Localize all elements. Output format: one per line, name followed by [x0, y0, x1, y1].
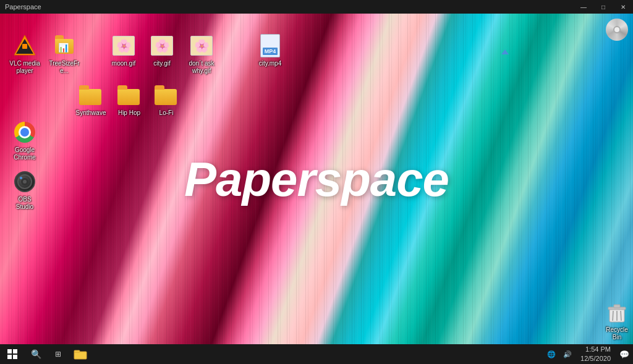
taskbar: 🔍 ⊞ 🌐 🔊 1:54 PM 12/5/2020 💬	[0, 344, 633, 364]
synthwave-icon-img	[79, 83, 103, 108]
recycle-bin-icon-item[interactable]: Recycle Bin	[597, 300, 633, 344]
city-mp4-label: city.mp4	[258, 59, 283, 68]
moon-gif-label: moon.gif	[111, 59, 137, 68]
clock[interactable]: 1:54 PM 12/5/2020	[576, 344, 616, 364]
notification-icon: 💬	[619, 350, 629, 359]
taskview-button[interactable]: ⊞	[47, 344, 69, 364]
city-gif-icon-item[interactable]: 🌸 city.gif	[142, 31, 182, 70]
cd-icon	[606, 19, 628, 41]
window-controls: — □ ✕	[574, 0, 633, 14]
lofi-label: Lo-Fi	[158, 109, 175, 117]
system-tray: 🌐 🔊 1:54 PM 12/5/2020 💬	[543, 344, 633, 364]
hiphop-icon-item[interactable]: Hip Hop	[109, 80, 149, 120]
notification-button[interactable]: 💬	[616, 344, 633, 364]
hiphop-label: Hip Hop	[117, 109, 142, 117]
recycle-bin-label: Recycle Bin	[600, 326, 633, 342]
chrome-icon-item[interactable]: Google Chrome	[5, 117, 45, 164]
desktop[interactable]: Paperspace VLC media player 📊	[0, 14, 633, 344]
obs-circle	[14, 171, 35, 192]
minimize-button[interactable]: —	[574, 0, 593, 14]
file-explorer-button[interactable]	[69, 344, 91, 364]
dont-ask-gif-icon-img: 🌸	[189, 33, 214, 58]
explorer-icon	[74, 349, 87, 360]
chrome-icon-img	[12, 120, 37, 145]
taskview-icon: ⊞	[55, 350, 61, 358]
hiphop-icon-img	[117, 83, 142, 108]
svg-point-6	[20, 177, 22, 179]
moon-gif-icon-img: 🌸	[111, 33, 136, 58]
clock-date: 12/5/2020	[580, 354, 611, 363]
lofi-icon-item[interactable]: Lo-Fi	[147, 80, 186, 120]
city-gif-label: city.gif	[152, 59, 172, 68]
network-icon: 🌐	[547, 350, 556, 358]
vlc-icon-item[interactable]: VLC media player	[5, 31, 45, 78]
volume-icon: 🔊	[563, 350, 572, 358]
svg-rect-2	[22, 44, 27, 49]
svg-point-5	[23, 180, 27, 184]
obs-icon-img	[12, 169, 37, 194]
paperspace-brand-text: Paperspace	[184, 151, 449, 207]
svg-rect-14	[74, 350, 80, 352]
city-mp4-icon-item[interactable]: MP4 city.mp4	[250, 31, 290, 70]
treesizefree-icon-img: 📊	[52, 33, 77, 58]
synthwave-icon-item[interactable]: Synthwave	[71, 80, 111, 120]
svg-line-12	[621, 311, 621, 321]
city-gif-icon-img: 🌸	[150, 33, 174, 58]
maximize-button[interactable]: □	[593, 0, 613, 14]
obs-label: OBS Studio	[7, 195, 42, 211]
tray-network-icon[interactable]: 🌐	[543, 344, 559, 364]
vlc-icon-img	[12, 33, 37, 58]
synthwave-label: Synthwave	[75, 109, 108, 117]
dont-ask-gif-label: don`t ask why.gif	[182, 59, 221, 75]
vlc-label: VLC media player	[7, 59, 42, 75]
clock-time: 1:54 PM	[585, 345, 611, 354]
svg-rect-13	[74, 352, 87, 359]
taskbar-search-button[interactable]: 🔍	[25, 344, 47, 364]
chrome-label: Google Chrome	[7, 146, 42, 162]
treesizefree-icon-item[interactable]: 📊 TreeSizeFre...	[45, 31, 84, 78]
lofi-icon-img	[154, 83, 179, 108]
title-bar: Paperspace — □ ✕	[0, 0, 633, 14]
recycle-bin-icon-img	[606, 302, 628, 324]
city-mp4-icon-img: MP4	[258, 33, 283, 58]
treesizefree-label: TreeSizeFre...	[47, 59, 82, 75]
windows-logo	[7, 349, 17, 359]
close-button[interactable]: ✕	[613, 0, 633, 14]
moon-gif-icon-item[interactable]: 🌸 moon.gif	[104, 31, 143, 70]
svg-line-10	[613, 311, 613, 321]
dont-ask-gif-icon-item[interactable]: 🌸 don`t ask why.gif	[179, 31, 224, 78]
search-icon: 🔍	[31, 349, 41, 359]
obs-icon-item[interactable]: OBS Studio	[5, 167, 45, 214]
start-button[interactable]	[0, 344, 25, 364]
svg-rect-9	[614, 305, 620, 308]
tray-volume-icon[interactable]: 🔊	[559, 344, 576, 364]
window-title: Paperspace	[0, 3, 41, 11]
cd-top-right-icon	[606, 19, 628, 41]
